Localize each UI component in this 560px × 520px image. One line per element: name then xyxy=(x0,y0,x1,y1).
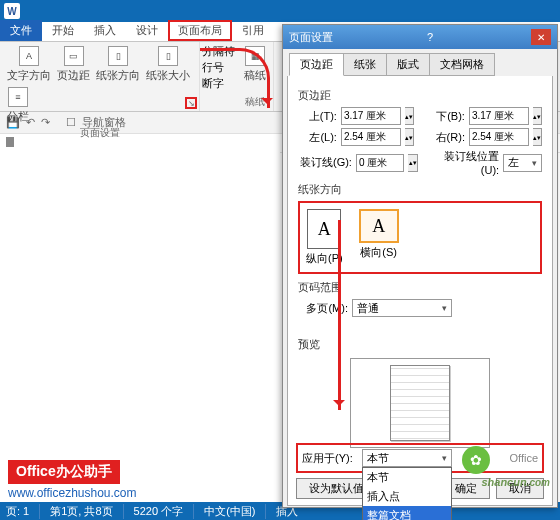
gutter-spinner[interactable]: ▴▾ xyxy=(408,154,418,172)
top-label: 上(T): xyxy=(298,109,337,124)
breaks-button[interactable]: 分隔符 xyxy=(202,44,235,59)
wechat-icon: ✿ xyxy=(462,446,490,474)
left-input[interactable]: 2.54 厘米 xyxy=(341,128,401,146)
margins-button[interactable]: ▭页边距 xyxy=(54,44,93,85)
apply-dropdown-list: 本节 插入点 整篇文档 xyxy=(362,467,452,520)
apply-extra-label: Office xyxy=(509,452,538,464)
left-label: 左(L): xyxy=(298,130,337,145)
page-setup-group-label: 页面设置 xyxy=(4,126,195,140)
apply-option-whole-doc[interactable]: 整篇文档 xyxy=(363,506,451,520)
dlg-tab-margins[interactable]: 页边距 xyxy=(289,53,344,76)
dlg-tab-paper[interactable]: 纸张 xyxy=(343,53,387,76)
tab-references[interactable]: 引用 xyxy=(232,20,274,41)
gutter-pos-label: 装订线位置(U): xyxy=(426,149,499,176)
landscape-option[interactable]: A横向(S) xyxy=(359,209,399,266)
top-input[interactable]: 3.17 厘米 xyxy=(341,107,401,125)
tab-page-layout[interactable]: 页面布局 xyxy=(168,20,232,41)
apply-option-section[interactable]: 本节 xyxy=(363,468,451,487)
portrait-option[interactable]: A纵向(P) xyxy=(306,209,343,266)
orientation-button[interactable]: ▯纸张方向 xyxy=(93,44,143,85)
breaks-group: 分隔符 行号 断字 xyxy=(200,42,237,111)
page-setup-dialog: 页面设置 ? ✕ 页边距 纸张 版式 文档网格 页边距 上(T): 3.17 厘… xyxy=(282,24,558,508)
document-area[interactable] xyxy=(0,150,280,500)
gutter-label: 装订线(G): xyxy=(298,155,352,170)
top-spinner[interactable]: ▴▾ xyxy=(405,107,414,125)
brand-url: www.officezhushou.com xyxy=(8,486,137,500)
dlg-tab-layout[interactable]: 版式 xyxy=(386,53,430,76)
dialog-tabs: 页边距 纸张 版式 文档网格 xyxy=(283,49,557,76)
preview-page xyxy=(390,365,450,441)
apply-box: 应用于(Y): 本节 本节 插入点 整篇文档 Office xyxy=(296,443,544,473)
page-setup-launcher[interactable]: ↘ xyxy=(185,97,197,109)
orientation-section-label: 纸张方向 xyxy=(298,182,542,197)
status-pages[interactable]: 第1页, 共8页 xyxy=(50,504,123,519)
hyphen-button[interactable]: 断字 xyxy=(202,76,235,91)
manuscript-paper-button[interactable]: ▦稿纸 xyxy=(241,44,269,85)
multi-select[interactable]: 普通 xyxy=(352,299,452,317)
title-bar: W xyxy=(0,0,560,22)
status-lang[interactable]: 中文(中国) xyxy=(204,504,266,519)
dialog-titlebar: 页面设置 ? ✕ xyxy=(283,25,557,49)
apply-option-insert-point[interactable]: 插入点 xyxy=(363,487,451,506)
tab-insert[interactable]: 插入 xyxy=(84,20,126,41)
right-input[interactable]: 2.54 厘米 xyxy=(469,128,529,146)
word-icon: W xyxy=(4,3,20,19)
status-words[interactable]: 5220 个字 xyxy=(134,504,195,519)
status-page[interactable]: 页: 1 xyxy=(6,504,40,519)
bottom-label: 下(B): xyxy=(426,109,465,124)
bottom-input[interactable]: 3.17 厘米 xyxy=(469,107,529,125)
brand-badge: Office办公助手 xyxy=(8,460,120,484)
preview-box xyxy=(350,358,490,448)
dlg-tab-grid[interactable]: 文档网格 xyxy=(429,53,495,76)
margins-section-label: 页边距 xyxy=(298,88,542,103)
watermark: shancun.com xyxy=(481,472,550,490)
multi-label: 多页(M): xyxy=(298,301,348,316)
preview-section-label: 预览 xyxy=(298,337,542,352)
tab-home[interactable]: 开始 xyxy=(42,20,84,41)
right-label: 右(R): xyxy=(426,130,465,145)
bottom-spinner[interactable]: ▴▾ xyxy=(533,107,542,125)
brand-overlay: Office办公助手 www.officezhushou.com xyxy=(8,460,137,500)
pages-section-label: 页码范围 xyxy=(298,280,542,295)
dialog-title: 页面设置 xyxy=(289,30,333,45)
line-numbers-button[interactable]: 行号 xyxy=(202,60,235,75)
size-button[interactable]: ▯纸张大小 xyxy=(143,44,193,85)
apply-label: 应用于(Y): xyxy=(302,451,358,466)
paper-group-label: 稿纸 xyxy=(245,95,265,109)
columns-button[interactable]: ≡分栏 xyxy=(4,85,32,126)
apply-select[interactable]: 本节 xyxy=(362,449,452,467)
left-spinner[interactable]: ▴▾ xyxy=(405,128,414,146)
tab-design[interactable]: 设计 xyxy=(126,20,168,41)
orientation-box: A纵向(P) A横向(S) xyxy=(298,201,542,274)
text-direction-button[interactable]: A文字方向 xyxy=(4,44,54,85)
right-spinner[interactable]: ▴▾ xyxy=(533,128,542,146)
close-icon[interactable]: ✕ xyxy=(531,29,551,45)
gutter-pos-select[interactable]: 左 xyxy=(503,154,542,172)
tab-file[interactable]: 文件 xyxy=(0,20,42,41)
help-icon[interactable]: ? xyxy=(427,31,433,43)
gutter-input[interactable]: 0 厘米 xyxy=(356,154,404,172)
